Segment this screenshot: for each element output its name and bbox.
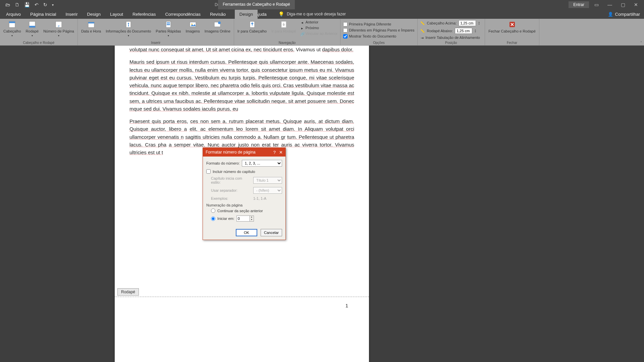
primeira-diferente-check[interactable]: Primeira Página Diferente: [342, 22, 392, 27]
page-number-display: 1: [345, 303, 348, 308]
cancel-button[interactable]: Cancelar: [261, 229, 282, 236]
cap-estilo-label: Capítulo inicia com estilo:: [211, 176, 251, 184]
text-frag: Praesent quis porta eros,: [129, 118, 188, 124]
group-label-6: Fechar: [486, 41, 538, 45]
formato-label: Formato do número:: [206, 161, 240, 165]
inserir-tab-label: Inserir Tabulação de Alinhamento: [426, 36, 480, 40]
incluir-capitulo-check[interactable]: Incluir número do capítulo: [206, 169, 282, 174]
ribbon-group-inserir: Data e Hora Informações do Documento▾ Pa…: [78, 19, 234, 45]
spin-arrows-2[interactable]: ▲▼: [474, 29, 478, 33]
redo-icon[interactable]: ↻: [43, 2, 47, 7]
tell-me-search[interactable]: 💡 Diga-me o que você deseja fazer: [278, 11, 346, 17]
proximo-button[interactable]: ▸Próximo: [299, 25, 339, 31]
qat-more-icon[interactable]: ▾: [52, 3, 54, 7]
tab-correspondencias[interactable]: Correspondências: [160, 10, 205, 19]
iniciar-radio-row[interactable]: Iniciar em:: [211, 217, 234, 221]
pares-impares-check[interactable]: Diferentes em Páginas Pares e Ímpares: [342, 28, 416, 33]
imagens-button[interactable]: Imagens: [184, 20, 202, 34]
iniciar-radio[interactable]: [211, 217, 215, 221]
ribbon-display-icon[interactable]: ▭: [591, 2, 602, 7]
group-label-2: Inserir: [79, 41, 232, 45]
ribbon-group-opcoes: Primeira Página Diferente Diferentes em …: [340, 19, 417, 45]
fechar-cabecalho-button[interactable]: Fechar Cabeçalho e Rodapé: [486, 20, 538, 34]
ok-button[interactable]: OK: [236, 229, 257, 236]
numero-pagina-button[interactable]: # Número de Página▾: [41, 20, 76, 38]
text-para: Mauris sed ipsum ut risus interdum cursu…: [129, 59, 354, 112]
close-header-icon: [508, 20, 516, 28]
continuar-radio-row[interactable]: Continuar da seção anterior: [211, 208, 282, 213]
contextual-tab-label: Ferramentas de Cabeçalho e Rodapé: [218, 0, 295, 9]
ribbon-group-posicao: 📏 Cabeçalho Acima: ▲▼ 📏 Rodapé Abaixo: ▲…: [418, 19, 485, 45]
footer-separator: [115, 297, 369, 297]
format-page-number-dialog: Formatar número de página ? ✕ Formato do…: [203, 147, 286, 240]
numeracao-head: Numeração da página: [206, 203, 282, 207]
data-hora-button[interactable]: Data e Hora: [79, 20, 103, 34]
collapse-ribbon-icon[interactable]: ˄: [640, 41, 642, 45]
group-label-1: Cabeçalho e Rodapé: [1, 41, 76, 45]
svg-rect-3: [29, 26, 35, 27]
footer-tag: Rodapé: [117, 288, 139, 296]
tab-pagina-inicial[interactable]: Página Inicial: [25, 10, 61, 19]
dialog-title-text: Formatar número de página: [206, 150, 256, 155]
dialog-close-icon[interactable]: ✕: [279, 150, 283, 155]
tab-referencias[interactable]: Referências: [128, 10, 160, 19]
imagens-label: Imagens: [186, 29, 200, 34]
tab-layout[interactable]: Layout: [105, 10, 128, 19]
text-frag: que sed dui. Vivamus sodales iaculis pur…: [134, 106, 238, 112]
share-button[interactable]: 👤 Compartilhar: [608, 12, 640, 17]
ir-cabecalho-button[interactable]: Ir para Cabeçalho: [235, 20, 269, 34]
cabecalho-button[interactable]: Cabeçalho▾: [1, 20, 23, 38]
goto-header-icon: [248, 20, 256, 28]
ir-rodape-button: Ir para Rodapé: [269, 20, 298, 34]
undo-icon[interactable]: ↶: [35, 2, 39, 7]
separador-select: - (hífen): [253, 187, 282, 194]
tab-arquivo[interactable]: Arquivo: [1, 10, 25, 19]
document-body: volutpat nunc consequat sit amet. Ut sit…: [115, 46, 369, 156]
tab-inserir[interactable]: Inserir: [61, 10, 82, 19]
continuar-radio[interactable]: [211, 208, 215, 213]
imagens-online-button[interactable]: Imagens Online: [203, 20, 232, 34]
exemplos-label: Exemplos:: [211, 196, 251, 200]
close-icon[interactable]: ✕: [631, 2, 641, 7]
inserir-tabulacao-button[interactable]: ⇥Inserir Tabulação de Alinhamento: [419, 35, 481, 40]
new-icon[interactable]: 🗋: [15, 2, 19, 7]
rodape-button[interactable]: Rodapé▾: [24, 20, 41, 38]
text-frag: volutpat nunc consequat sit amet. Ut sit…: [129, 47, 294, 52]
spin-arrows-1[interactable]: ▲▼: [478, 21, 482, 25]
cabecalho-acima-label: Cabeçalho Acima:: [427, 21, 457, 25]
rodape-abaixo-input[interactable]: [455, 28, 472, 34]
ribbon-group-cabecalho-rodape: Cabeçalho▾ Rodapé▾ # Número de Página▾ C…: [0, 19, 78, 45]
data-hora-label: Data e Hora: [81, 29, 101, 34]
anterior-label: Anterior: [306, 20, 319, 24]
tab-design-context[interactable]: Design: [235, 10, 258, 19]
formato-select[interactable]: 1, 2, 3, ...: [242, 160, 282, 167]
info-documento-button[interactable]: Informações do Documento▾: [104, 20, 153, 38]
continuar-label: Continuar da seção anterior: [217, 209, 263, 213]
vincular-label: Vincular ao Anterior: [306, 32, 338, 36]
incluir-capitulo-checkbox[interactable]: [206, 169, 211, 174]
svg-point-9: [128, 23, 129, 24]
images-icon: [189, 20, 197, 28]
login-button[interactable]: Entrar: [569, 1, 589, 8]
dialog-title-bar: Formatar número de página ? ✕: [203, 148, 285, 157]
iniciar-input[interactable]: [236, 216, 250, 222]
cabecalho-acima-input[interactable]: [459, 20, 476, 26]
anterior-button[interactable]: ◂Anterior: [299, 20, 339, 25]
mostrar-texto-check[interactable]: Mostrar Texto do Documento: [342, 34, 397, 39]
group-label-3: Navegação: [235, 41, 339, 45]
partes-rapidas-button[interactable]: Partes Rápidas▾: [154, 20, 183, 38]
text-frag: dapibus dolor.: [322, 47, 353, 52]
dialog-help-icon[interactable]: ?: [273, 150, 276, 155]
partes-rapidas-label: Partes Rápidas: [156, 29, 181, 34]
save-icon[interactable]: 💾: [24, 2, 30, 7]
numero-pagina-label: Número de Página: [43, 29, 74, 34]
tab-design[interactable]: Design: [83, 10, 105, 19]
rodape-abaixo-label: Rodapé Abaixo:: [427, 29, 453, 33]
maximize-icon[interactable]: ▢: [618, 2, 629, 7]
rodape-abaixo-row: 📏 Rodapé Abaixo: ▲▼: [419, 27, 480, 34]
open-icon[interactable]: 🗁: [5, 2, 10, 7]
ruler-icon: 📏: [420, 21, 425, 25]
minimize-icon[interactable]: —: [604, 2, 615, 7]
prev-icon: ◂: [300, 20, 304, 24]
iniciar-spin[interactable]: ▲▼: [250, 216, 254, 222]
